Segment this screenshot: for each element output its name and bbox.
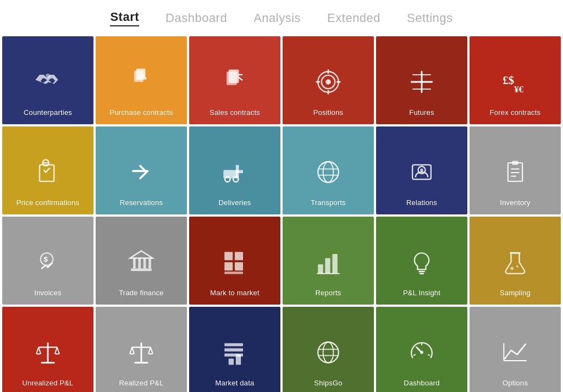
svg-rect-65 bbox=[224, 343, 243, 346]
tile-transports[interactable]: Transports bbox=[283, 126, 374, 214]
realized-pl-label: Realized P&L bbox=[119, 379, 163, 387]
svg-marker-39 bbox=[130, 251, 152, 258]
tile-relations[interactable]: Relations bbox=[376, 126, 467, 214]
reports-icon bbox=[312, 246, 345, 283]
relations-label: Relations bbox=[406, 198, 437, 207]
tile-realized-pl[interactable]: Realized P&L bbox=[96, 307, 187, 392]
forex-contracts-icon: £$¥€ bbox=[499, 65, 532, 103]
purchase-contracts-icon bbox=[125, 65, 158, 103]
nav-bar: StartDashboardAnalysisExtendedSettings bbox=[0, 0, 563, 34]
svg-rect-68 bbox=[229, 358, 234, 365]
deliveries-label: Deliveries bbox=[218, 198, 251, 207]
svg-rect-50 bbox=[318, 264, 323, 274]
nav-item-dashboard[interactable]: Dashboard bbox=[165, 11, 227, 25]
svg-rect-46 bbox=[235, 252, 243, 260]
tile-shipsgo[interactable]: ShipsGo bbox=[283, 307, 374, 392]
tile-dashboard[interactable]: Dashboard bbox=[376, 307, 467, 392]
svg-rect-22 bbox=[236, 170, 243, 173]
reservations-label: Reservations bbox=[120, 198, 163, 207]
unrealized-pl-label: Unrealized P&L bbox=[22, 379, 73, 387]
svg-point-57 bbox=[511, 267, 514, 270]
forex-contracts-label: Forex contracts bbox=[490, 108, 541, 117]
shipsgo-label: ShipsGo bbox=[314, 379, 342, 387]
tile-invoices[interactable]: $Invoices bbox=[2, 217, 93, 305]
dashboard-icon bbox=[405, 336, 438, 373]
tile-grid: CounterpartiesPurchase contractsSales co… bbox=[0, 34, 563, 392]
svg-rect-51 bbox=[325, 258, 330, 274]
tile-sales-contracts[interactable]: Sales contracts bbox=[189, 36, 280, 124]
market-data-icon bbox=[218, 336, 251, 373]
mark-to-market-icon bbox=[218, 246, 251, 283]
svg-rect-40 bbox=[133, 258, 136, 269]
sampling-icon bbox=[499, 246, 532, 283]
transports-icon bbox=[312, 156, 345, 193]
tile-positions[interactable]: Positions bbox=[283, 36, 374, 124]
tile-futures[interactable]: Futures bbox=[376, 36, 467, 124]
tile-inventory[interactable]: Inventory bbox=[470, 126, 561, 214]
svg-rect-49 bbox=[224, 272, 243, 274]
price-confirmations-label: Price confirmations bbox=[16, 198, 79, 207]
counterparties-label: Counterparties bbox=[24, 108, 72, 117]
svg-point-70 bbox=[318, 342, 339, 363]
deliveries-icon bbox=[218, 156, 251, 193]
tile-pl-insight[interactable]: P&L Insight bbox=[376, 217, 467, 305]
pl-insight-icon bbox=[405, 246, 438, 283]
futures-label: Futures bbox=[409, 108, 434, 117]
tile-mark-to-market[interactable]: Mark to market bbox=[189, 217, 280, 305]
reports-label: Reports bbox=[316, 289, 341, 297]
svg-rect-18 bbox=[40, 165, 54, 181]
svg-rect-45 bbox=[224, 252, 233, 260]
tile-market-data[interactable]: Market data bbox=[189, 307, 280, 392]
svg-point-25 bbox=[318, 162, 339, 183]
svg-line-76 bbox=[428, 355, 430, 356]
invoices-icon: $ bbox=[31, 246, 64, 283]
inventory-icon bbox=[499, 156, 532, 193]
invoices-label: Invoices bbox=[34, 289, 61, 297]
tile-deliveries[interactable]: Deliveries bbox=[189, 126, 280, 214]
tile-counterparties[interactable]: Counterparties bbox=[2, 36, 93, 124]
tile-reservations[interactable]: Reservations bbox=[96, 126, 187, 214]
price-confirmations-icon bbox=[31, 156, 64, 193]
nav-item-settings[interactable]: Settings bbox=[407, 11, 453, 25]
positions-label: Positions bbox=[313, 108, 344, 117]
purchase-contracts-label: Purchase contracts bbox=[110, 108, 173, 117]
svg-rect-69 bbox=[236, 355, 241, 365]
tile-purchase-contracts[interactable]: Purchase contracts bbox=[96, 36, 187, 124]
trade-finance-icon bbox=[125, 246, 158, 283]
tile-options[interactable]: Options bbox=[470, 307, 561, 392]
svg-rect-52 bbox=[333, 254, 338, 274]
unrealized-pl-icon bbox=[31, 336, 64, 373]
svg-text:$: $ bbox=[44, 255, 48, 263]
sales-contracts-label: Sales contracts bbox=[209, 108, 260, 117]
sampling-label: Sampling bbox=[500, 289, 531, 297]
inventory-label: Inventory bbox=[500, 198, 530, 207]
transports-label: Transports bbox=[311, 198, 346, 207]
svg-point-26 bbox=[323, 162, 334, 183]
shipsgo-icon bbox=[312, 336, 345, 373]
svg-rect-66 bbox=[224, 349, 243, 352]
trade-finance-label: Trade finance bbox=[119, 289, 164, 297]
svg-point-74 bbox=[420, 351, 423, 354]
svg-point-58 bbox=[516, 266, 518, 268]
svg-rect-44 bbox=[131, 268, 152, 271]
futures-icon bbox=[405, 65, 438, 103]
tile-unrealized-pl[interactable]: Unrealized P&L bbox=[2, 307, 93, 392]
tile-forex-contracts[interactable]: £$¥€Forex contracts bbox=[470, 36, 561, 124]
svg-text:¥€: ¥€ bbox=[514, 84, 523, 95]
svg-point-31 bbox=[420, 168, 423, 172]
tile-reports[interactable]: Reports bbox=[283, 217, 374, 305]
svg-point-0 bbox=[46, 74, 50, 78]
nav-item-extended[interactable]: Extended bbox=[327, 11, 380, 25]
nav-item-start[interactable]: Start bbox=[110, 10, 139, 26]
counterparties-icon bbox=[31, 65, 64, 103]
tile-trade-finance[interactable]: Trade finance bbox=[96, 217, 187, 305]
tile-price-confirmations[interactable]: Price confirmations bbox=[2, 126, 93, 214]
options-label: Options bbox=[503, 379, 528, 387]
nav-item-analysis[interactable]: Analysis bbox=[253, 11, 301, 25]
tile-sampling[interactable]: Sampling bbox=[470, 217, 561, 305]
options-icon bbox=[499, 336, 532, 373]
positions-icon bbox=[312, 65, 345, 103]
svg-point-7 bbox=[325, 79, 330, 84]
svg-line-75 bbox=[413, 355, 416, 356]
svg-rect-42 bbox=[143, 258, 146, 269]
